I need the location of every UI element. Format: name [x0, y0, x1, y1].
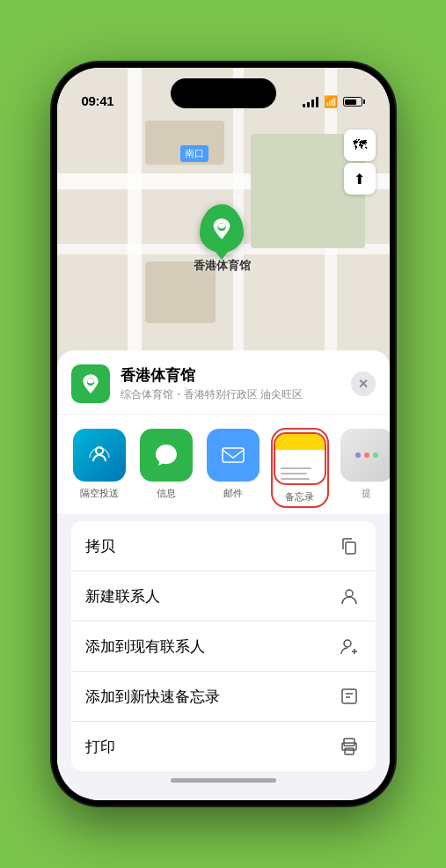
action-add-notes[interactable]: 添加到新快速备忘录 [71, 672, 376, 722]
action-add-notes-text: 添加到新快速备忘录 [85, 687, 220, 707]
phone-frame: 09:41 📶 [52, 63, 395, 805]
venue-info: 香港体育馆 综合体育馆・香港特别行政区 油尖旺区 [121, 365, 351, 402]
pin-label: 香港体育馆 [194, 258, 251, 274]
mail-label: 邮件 [223, 487, 243, 500]
svg-rect-5 [346, 542, 355, 554]
notes-label: 备忘录 [285, 490, 314, 504]
action-print[interactable]: 打印 [71, 722, 376, 771]
status-icons: 📶 [303, 95, 365, 108]
messages-label: 信息 [157, 487, 176, 500]
venue-header: 香港体育馆 综合体育馆・香港特别行政区 油尖旺区 ✕ [57, 350, 390, 414]
more-label: 提 [362, 487, 371, 500]
print-icon [337, 734, 362, 759]
share-item-notes[interactable]: 备忘录 [272, 429, 328, 507]
action-copy-text: 拷贝 [85, 536, 115, 556]
svg-point-2 [87, 379, 94, 383]
airdrop-icon [73, 429, 126, 482]
signal-icon [303, 97, 318, 107]
share-item-more[interactable]: 提 [339, 429, 390, 507]
bottom-sheet: 香港体育馆 综合体育馆・香港特别行政区 油尖旺区 ✕ 隔空 [57, 350, 390, 800]
action-add-existing[interactable]: 添加到现有联系人 [71, 622, 376, 672]
svg-rect-9 [344, 739, 355, 746]
venue-subtitle: 综合体育馆・香港特别行政区 油尖旺区 [121, 387, 351, 402]
add-notes-icon [337, 684, 362, 709]
map-type-button[interactable]: 🗺 [344, 129, 376, 161]
wifi-icon: 📶 [324, 95, 338, 108]
venue-icon [71, 364, 110, 403]
stadium-icon [209, 217, 234, 241]
svg-rect-11 [345, 748, 354, 754]
status-time: 09:41 [82, 93, 114, 108]
venue-pin[interactable]: 香港体育馆 [194, 204, 251, 274]
action-new-contact-text: 新建联系人 [85, 586, 160, 607]
svg-rect-8 [342, 689, 356, 703]
svg-rect-4 [223, 448, 244, 462]
home-indicator [171, 778, 276, 783]
pin-icon-body [200, 204, 244, 253]
action-list: 拷贝 新建联系人 [71, 521, 376, 771]
airdrop-label: 隔空投送 [80, 487, 119, 500]
location-button[interactable]: ⬆ [344, 163, 376, 195]
close-button[interactable]: ✕ [351, 371, 376, 396]
share-item-airdrop[interactable]: 隔空投送 [71, 429, 128, 507]
battery-icon [343, 97, 365, 107]
svg-point-7 [344, 640, 351, 647]
map-controls: 🗺 ⬆ [344, 129, 376, 195]
more-icon [340, 429, 390, 482]
share-row: 隔空投送 信息 [57, 415, 390, 514]
new-contact-icon [337, 584, 362, 608]
map-label: 南口 [180, 145, 208, 162]
phone-screen: 09:41 📶 [57, 68, 390, 800]
messages-icon [140, 429, 193, 482]
dynamic-island [171, 78, 276, 108]
action-new-contact[interactable]: 新建联系人 [71, 571, 376, 622]
copy-icon [337, 533, 362, 558]
share-item-messages[interactable]: 信息 [138, 429, 194, 507]
svg-point-6 [346, 590, 353, 597]
add-contact-icon [337, 634, 362, 658]
venue-name: 香港体育馆 [121, 365, 351, 386]
notes-icon [274, 432, 326, 485]
action-copy[interactable]: 拷贝 [71, 521, 376, 571]
venue-icon-svg [79, 372, 102, 395]
action-print-text: 打印 [85, 737, 115, 757]
share-item-mail[interactable]: 邮件 [205, 429, 261, 507]
action-add-existing-text: 添加到现有联系人 [85, 636, 205, 657]
mail-icon [207, 429, 260, 482]
